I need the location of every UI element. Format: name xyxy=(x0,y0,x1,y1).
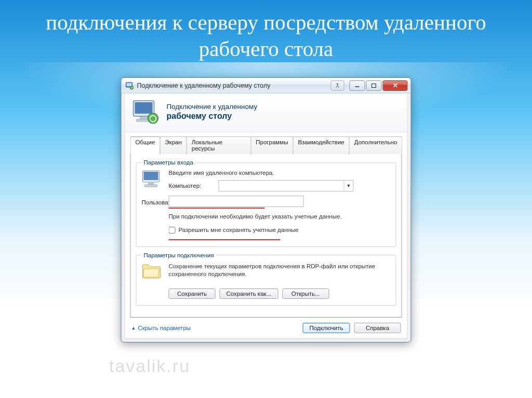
folder-icon xyxy=(142,263,165,281)
watermark: tavalik.ru xyxy=(109,356,190,376)
tab-strip: Общие Экран Локальные ресурсы Программы … xyxy=(125,132,407,154)
rdp-window: Подключение к удаленному рабочему столу xyxy=(121,77,411,342)
svg-rect-8 xyxy=(135,102,153,114)
computer-label: Компьютер: xyxy=(169,183,215,189)
tab-general[interactable]: Общие xyxy=(130,136,161,154)
app-icon xyxy=(126,81,134,90)
svg-rect-15 xyxy=(145,185,157,187)
login-group: Параметры входа Введите имя удаленного к… xyxy=(136,159,396,247)
user-input[interactable] xyxy=(169,196,304,207)
minimize-button[interactable] xyxy=(350,80,365,91)
login-legend: Параметры входа xyxy=(142,159,195,166)
svg-point-2 xyxy=(130,86,133,89)
header-line1: Подключение к удаленному xyxy=(167,103,258,112)
save-button[interactable]: Сохранить xyxy=(169,289,216,299)
svg-rect-4 xyxy=(372,84,376,87)
computer-input[interactable] xyxy=(219,182,344,189)
help-button[interactable]: Справка xyxy=(354,323,401,333)
save-as-button[interactable]: Сохранить как... xyxy=(220,289,278,299)
tab-experience[interactable]: Взаимодействие xyxy=(292,136,349,154)
slide-title: подключения к серверу посредством удален… xyxy=(0,0,532,63)
credentials-note: При подключении необходимо будет указать… xyxy=(169,213,391,221)
header-line2: рабочему столу xyxy=(167,111,258,121)
close-button[interactable] xyxy=(383,80,408,91)
allow-save-checkbox[interactable] xyxy=(169,227,176,234)
svg-rect-13 xyxy=(144,172,158,180)
bottom-bar: ▲ Скрыть параметры Подключить Справка xyxy=(125,318,407,333)
allow-save-label[interactable]: Разрешить мне сохранять учетные данные xyxy=(179,227,299,233)
checkbox-underline-highlight xyxy=(169,239,281,240)
chevron-down-icon[interactable]: ▼ xyxy=(344,181,353,191)
connect-button[interactable]: Подключить xyxy=(302,323,350,333)
svg-rect-1 xyxy=(127,83,132,86)
svg-rect-9 xyxy=(140,117,148,119)
user-underline-highlight xyxy=(169,208,265,209)
open-button[interactable]: Открыть... xyxy=(282,289,329,299)
window-title: Подключение к удаленному рабочему столу xyxy=(134,82,331,89)
svg-rect-14 xyxy=(148,183,154,185)
connection-group: Параметры подключения Сохранение текущих… xyxy=(136,252,396,306)
tab-local-resources[interactable]: Локальные ресурсы xyxy=(187,136,251,154)
maximize-button[interactable] xyxy=(366,80,382,91)
connection-legend: Параметры подключения xyxy=(142,252,216,258)
tab-panel-general: Параметры входа Введите имя удаленного к… xyxy=(130,154,402,318)
hide-options-label: Скрыть параметры xyxy=(138,325,191,331)
hide-options-link[interactable]: ▲ Скрыть параметры xyxy=(131,325,191,331)
titlebar[interactable]: Подключение к удаленному рабочему столу xyxy=(122,78,411,93)
connection-text: Сохранение текущих параметров подключени… xyxy=(169,263,391,281)
tab-programs[interactable]: Программы xyxy=(250,136,293,154)
triangle-up-icon: ▲ xyxy=(131,325,136,331)
computer-icon xyxy=(142,170,165,191)
tab-display[interactable]: Экран xyxy=(159,136,187,154)
pin-button[interactable] xyxy=(331,80,344,91)
computer-combo[interactable]: ▼ xyxy=(219,180,354,191)
login-hint: Введите имя удаленного компьютера. xyxy=(169,170,391,176)
dialog-header: Подключение к удаленному рабочему столу xyxy=(125,93,407,132)
rdp-icon xyxy=(132,100,161,125)
tab-advanced[interactable]: Дополнительно xyxy=(349,136,403,154)
user-label: Пользователь: xyxy=(142,199,165,205)
